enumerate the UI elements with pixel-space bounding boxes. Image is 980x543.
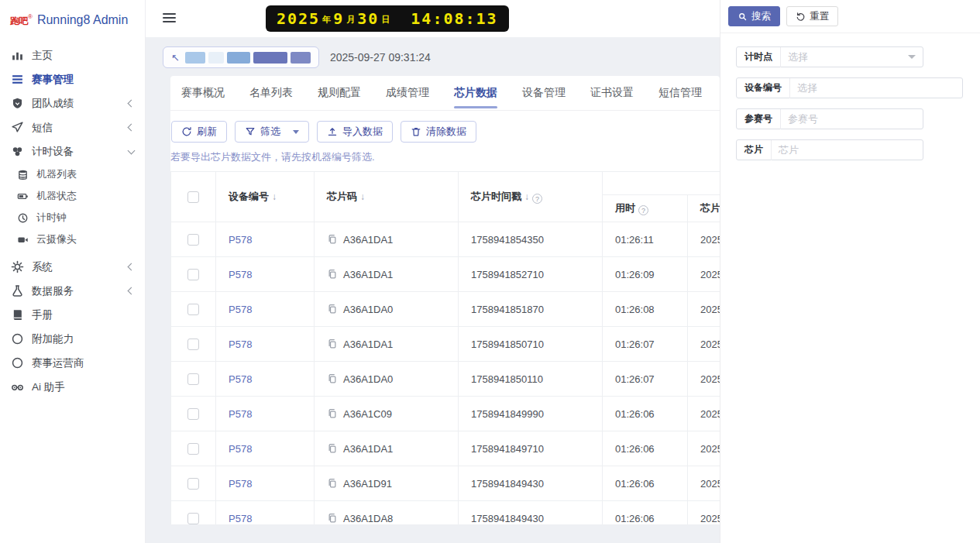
brand-logo-cn: 跑吧®: [10, 13, 33, 28]
filter-input[interactable]: 参赛号: [781, 112, 923, 126]
device-link[interactable]: P578: [229, 478, 252, 490]
row-checkbox[interactable]: [187, 408, 199, 420]
sidebar-item[interactable]: 云摄像头: [0, 229, 145, 250]
tab-item[interactable]: 成绩管理: [386, 76, 429, 110]
sidebar-item[interactable]: 附加能力: [0, 327, 145, 351]
refresh-icon: [181, 126, 192, 137]
search-button[interactable]: 搜索: [728, 6, 780, 26]
col-header-chip: 芯片码↓: [315, 172, 459, 222]
hamburger-menu-icon[interactable]: [163, 13, 176, 25]
device-link[interactable]: P578: [229, 269, 252, 280]
digital-clock: 2025 年 9 月 30 日 14:08:13: [266, 5, 509, 32]
help-circle-icon[interactable]: ?: [532, 194, 542, 204]
row-checkbox[interactable]: [187, 443, 199, 455]
device-cell: P578: [216, 431, 315, 466]
filter-field-label: 计时点: [737, 50, 780, 64]
copy-icon[interactable]: [327, 234, 338, 245]
device-link[interactable]: P578: [229, 234, 252, 246]
chip-code: A36A1DA0: [327, 373, 445, 385]
sidebar-item[interactable]: 机器状态: [0, 185, 145, 207]
copy-icon[interactable]: [327, 339, 338, 349]
chip-timestamp-cell: 1758941849710: [459, 431, 603, 466]
copy-icon[interactable]: [327, 269, 338, 280]
tab-bar: 赛事概况名单列表规则配置成绩管理芯片数据设备管理证书设置短信管理: [170, 76, 720, 111]
tab-item[interactable]: 规则配置: [318, 76, 361, 110]
col-header-duration: 用时?: [603, 195, 688, 222]
copy-icon[interactable]: [327, 478, 338, 489]
copy-icon[interactable]: [327, 408, 338, 419]
col-header-duration-label: 用时: [615, 202, 635, 214]
row-checkbox[interactable]: [187, 513, 199, 524]
sidebar-item[interactable]: 计时设备: [0, 139, 145, 163]
chip-code-text: A36A1DA1: [343, 269, 393, 280]
sidebar-item[interactable]: 机器列表: [0, 163, 145, 185]
row-checkbox[interactable]: [187, 478, 199, 490]
col-header-group: [603, 172, 720, 195]
device-link[interactable]: P578: [229, 513, 252, 524]
sidebar-item[interactable]: Ai 助手: [0, 375, 145, 399]
row-select-cell: [171, 222, 216, 257]
copy-icon[interactable]: [327, 513, 338, 524]
toolbar-button-label: 刷新: [197, 125, 217, 139]
clock-unit-day: 日: [381, 14, 390, 26]
tab-item[interactable]: 设备管理: [522, 76, 566, 110]
table-row: P578A36A1DA1175894184971001:26:062025-0: [171, 431, 720, 466]
upload-button[interactable]: 导入数据: [317, 121, 393, 143]
tab-item[interactable]: 短信管理: [658, 76, 702, 110]
trash-button[interactable]: 清除数据: [401, 121, 476, 143]
table-row: P578A36A1DA8175894184943001:26:062025-0: [171, 501, 720, 525]
refresh-button[interactable]: 刷新: [171, 121, 227, 143]
sidebar-item[interactable]: 计时钟: [0, 207, 145, 229]
chip-cell-td: A36A1D91: [315, 466, 459, 501]
row-checkbox[interactable]: [187, 339, 199, 350]
duration-cell: 01:26:07: [603, 362, 688, 397]
filter-button[interactable]: 筛选: [235, 121, 309, 143]
col-header-chip-date: 芯片日期: [688, 195, 720, 222]
sidebar-item[interactable]: 系统: [0, 255, 145, 279]
sidebar-item-label: 云摄像头: [36, 232, 134, 246]
chip-cell-td: A36A1DA1: [315, 222, 459, 257]
sidebar-item[interactable]: 手册: [0, 303, 145, 327]
filter-input[interactable]: 芯片: [772, 143, 923, 157]
row-checkbox[interactable]: [187, 373, 199, 385]
table-row: P578A36A1DA1175894185271001:26:092025-0: [171, 257, 720, 292]
copy-icon[interactable]: [327, 304, 338, 314]
copy-icon[interactable]: [327, 373, 338, 384]
device-link[interactable]: P578: [229, 443, 252, 455]
sidebar-item[interactable]: 短信: [0, 115, 145, 139]
devices-icon: [11, 145, 24, 158]
reset-button[interactable]: 重置: [786, 6, 838, 26]
row-checkbox[interactable]: [187, 304, 199, 315]
sidebar-item[interactable]: 赛事管理: [0, 67, 145, 91]
device-link[interactable]: P578: [229, 304, 252, 315]
sidebar-item-label: 团队成绩: [32, 97, 129, 111]
sidebar-item[interactable]: 团队成绩: [0, 91, 145, 115]
copy-icon[interactable]: [327, 443, 338, 454]
sidebar-menu: 主页赛事管理团队成绩短信计时设备机器列表机器状态计时钟云摄像头系统数据服务手册附…: [0, 40, 145, 399]
sort-down-icon[interactable]: ↓: [524, 191, 529, 202]
tab-active[interactable]: 芯片数据: [454, 76, 497, 110]
filter-field: 芯片芯片: [736, 139, 923, 160]
device-link[interactable]: P578: [229, 373, 252, 385]
select-all-checkbox[interactable]: [187, 191, 199, 203]
sidebar-item[interactable]: 赛事运营商: [0, 351, 145, 375]
event-selector-button[interactable]: ↖: [163, 46, 319, 68]
help-circle-icon[interactable]: ?: [638, 205, 648, 215]
device-link[interactable]: P578: [229, 408, 252, 420]
row-checkbox[interactable]: [187, 269, 199, 280]
filter-select[interactable]: 选择: [781, 50, 908, 64]
filter-select[interactable]: 选择: [790, 81, 962, 95]
tab-item[interactable]: 赛事概况: [181, 76, 225, 110]
redacted-event-name-block: [227, 52, 250, 64]
device-link[interactable]: P578: [229, 339, 252, 350]
filter-field-label: 设备编号: [737, 81, 789, 95]
tab-item[interactable]: 名单列表: [249, 76, 293, 110]
device-cell: P578: [216, 257, 315, 292]
chip-code: A36A1C09: [327, 408, 445, 420]
sort-down-icon[interactable]: ↓: [360, 191, 365, 202]
sort-down-icon[interactable]: ↓: [272, 191, 277, 202]
tab-item[interactable]: 证书设置: [590, 76, 634, 110]
sidebar-item[interactable]: 主页: [0, 43, 145, 67]
sidebar-item[interactable]: 数据服务: [0, 279, 145, 303]
row-checkbox[interactable]: [187, 234, 199, 246]
